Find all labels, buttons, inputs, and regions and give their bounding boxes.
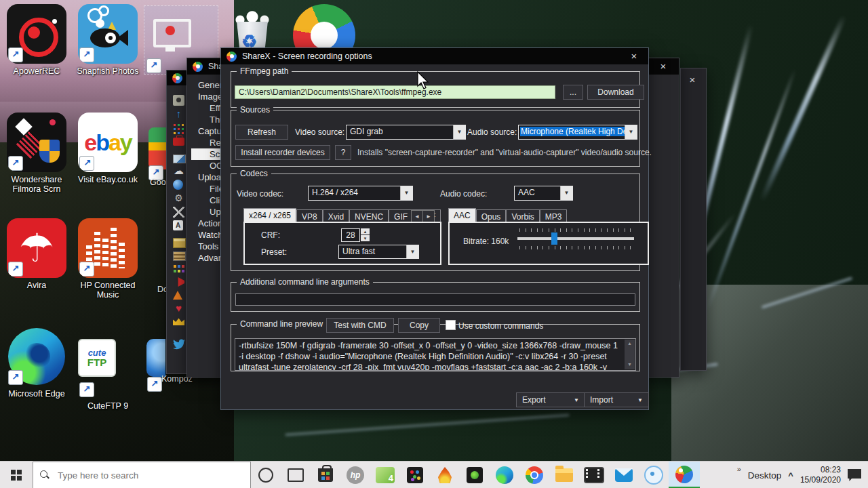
desktop-icon-hp-music[interactable]: ↗ HP Connected Music xyxy=(75,218,140,300)
desktop-icon-apowerrec[interactable]: ↗ ApowerREC xyxy=(4,4,69,76)
film-strip-icon xyxy=(584,467,604,483)
mail-button[interactable] xyxy=(609,462,639,488)
sharex-taskbar-button[interactable] xyxy=(669,462,700,488)
desktop-icon-cuteftp[interactable]: cute FTP ↗ CuteFTP 9 xyxy=(75,327,140,411)
desktop-icon-label: HP Connected Music xyxy=(75,281,140,300)
scrollbar[interactable]: ▲ ▼ xyxy=(625,340,635,369)
command-preview-box[interactable]: -rtbufsize 150M -f gdigrab -framerate 30… xyxy=(235,338,636,371)
capture-camera-icon[interactable] xyxy=(173,95,184,106)
tray-overflow-chevrons[interactable]: » xyxy=(737,465,741,473)
store-button[interactable] xyxy=(311,462,340,488)
additional-args-input[interactable] xyxy=(235,293,635,306)
screen-recorder-shortcut-icon[interactable] xyxy=(151,18,191,57)
command-text: -rtbufsize 150M -f gdigrab -framerate 30… xyxy=(239,341,618,371)
ebay-icon: ebay ↗ xyxy=(78,113,138,172)
flame-app-button[interactable] xyxy=(430,462,460,488)
spin-up-icon[interactable]: ▲ xyxy=(361,228,370,235)
premium-crown-icon[interactable] xyxy=(173,317,184,325)
taskbar-search[interactable] xyxy=(33,462,251,488)
desktop-icon-label: Avira xyxy=(4,281,69,290)
refresh-button[interactable]: Refresh xyxy=(235,125,288,140)
bitrate-slider[interactable] xyxy=(517,228,634,249)
ffmpeg-path-field[interactable]: C:\Users\Damian2\Documents\ShareX\Tools\… xyxy=(235,85,555,99)
record-app-button[interactable] xyxy=(639,462,669,488)
task-view-button[interactable] xyxy=(281,462,311,488)
webcam-app-button[interactable] xyxy=(460,462,490,488)
tray-time: 08:23 xyxy=(821,465,841,474)
photo-editor-button[interactable] xyxy=(400,462,430,488)
desktop-icon-ebay[interactable]: ebay ↗ Visit eBay.co.uk xyxy=(75,113,140,184)
help-button[interactable]: ? xyxy=(335,145,351,160)
crf-spinner[interactable]: 28 ▲▼ xyxy=(341,228,370,242)
x264-panel: CRF: 28 ▲▼ Preset: Ultra fast ▼ xyxy=(243,222,441,265)
desktop-icon-filmora[interactable]: ↗ Wondershare Filmora Scrn xyxy=(4,113,69,195)
debug-cone-icon[interactable] xyxy=(173,291,182,300)
video-source-select[interactable]: GDI grab ▼ xyxy=(346,125,466,140)
dialog-titlebar[interactable]: ShareX - Screen recording options xyxy=(221,48,648,64)
edge-button[interactable] xyxy=(490,462,519,488)
spin-down-icon[interactable]: ▼ xyxy=(361,235,370,241)
settings-gear-icon[interactable]: ⚙ xyxy=(173,193,184,204)
cortana-button[interactable] xyxy=(251,462,281,488)
search-input[interactable] xyxy=(56,470,215,481)
news-megaphone-icon[interactable] xyxy=(173,277,184,287)
toolbox-icon[interactable] xyxy=(173,138,184,146)
desktop-icon-edge[interactable]: ↗ Microsoft Edge xyxy=(4,327,69,399)
close-icon[interactable]: × xyxy=(624,50,644,62)
ebay-letter: e xyxy=(84,129,96,156)
scroll-up-icon[interactable]: ▲ xyxy=(627,341,632,347)
video-app-button[interactable] xyxy=(579,462,609,488)
webcam-icon xyxy=(467,467,483,483)
globe-shortcut-partial-icon[interactable] xyxy=(146,339,165,377)
audio-source-select[interactable]: Microphone (Realtek High Definiti ▼ xyxy=(518,125,637,140)
crf-value: 28 xyxy=(341,228,360,242)
copy-button[interactable]: Copy xyxy=(398,318,440,333)
close-icon[interactable]: × xyxy=(653,60,673,73)
desktop-icon-label: Microsoft Edge xyxy=(4,389,69,399)
clock[interactable]: 08:23 15/09/2020 xyxy=(800,465,841,485)
export-button[interactable]: Export ▼ xyxy=(516,392,585,407)
hp-connected-music-icon: ↗ xyxy=(78,218,138,278)
desktop-icon-snapfish[interactable]: ↗ Snapfish Photos xyxy=(75,4,140,76)
cortana-icon xyxy=(258,468,273,483)
additional-args-group: Additional command line arguments xyxy=(231,282,640,312)
thumbnails-grid-icon[interactable] xyxy=(173,264,184,275)
desktop-toolbar-label[interactable]: Desktop xyxy=(748,470,782,481)
ocr-text-icon[interactable]: A xyxy=(173,220,183,230)
audio-codec-select[interactable]: AAC ▼ xyxy=(514,186,573,201)
close-icon[interactable]: × xyxy=(682,74,703,86)
notification-center-icon[interactable] xyxy=(848,469,861,481)
twitter-icon[interactable] xyxy=(173,339,185,350)
hotkey-tools-icon[interactable] xyxy=(173,207,184,218)
use-custom-commands-checkbox[interactable] xyxy=(446,320,456,330)
donate-heart-icon[interactable]: ♥ xyxy=(173,303,184,314)
slider-thumb[interactable] xyxy=(551,232,557,245)
download-button[interactable]: Download xyxy=(587,85,644,100)
upload-arrow-icon[interactable]: ↑ xyxy=(173,108,184,119)
start-button[interactable] xyxy=(0,462,33,488)
desktop-icon-label: ApowerREC xyxy=(4,66,69,76)
file-explorer-button[interactable] xyxy=(549,462,579,488)
image-editor-icon[interactable] xyxy=(173,155,186,163)
cloud-upload-icon[interactable]: ☁ xyxy=(173,165,184,176)
scroll-down-icon[interactable]: ▼ xyxy=(627,362,632,368)
paintshop-button[interactable]: 4 xyxy=(370,462,400,488)
desktop-icon-avira[interactable]: ☂ ↗ Avira xyxy=(4,218,69,290)
tray-chevron-up[interactable]: ^ xyxy=(788,470,793,481)
history-globe-icon[interactable] xyxy=(173,180,183,190)
preset-select[interactable]: Ultra fast ▼ xyxy=(338,245,419,259)
shortcut-arrow-icon: ↗ xyxy=(146,58,161,73)
chrome-button[interactable] xyxy=(519,462,549,488)
video-codec-select[interactable]: H.264 / x264 ▼ xyxy=(308,186,413,201)
shortcut-arrow-icon: ↗ xyxy=(79,156,94,171)
chrome-shortcut-partial-icon[interactable] xyxy=(149,127,166,169)
image-history-cards-icon[interactable] xyxy=(173,251,186,261)
browse-button[interactable]: ... xyxy=(563,85,583,100)
import-button[interactable]: Import ▼ xyxy=(584,392,649,407)
test-with-cmd-button[interactable]: Test with CMD xyxy=(326,318,394,333)
install-recorder-devices-button[interactable]: Install recorder devices xyxy=(235,145,330,160)
hp-button[interactable]: hp xyxy=(340,462,370,488)
screenshots-folder-icon[interactable] xyxy=(173,238,186,248)
screen-recording-options-dialog: ShareX - Screen recording options × FFmp… xyxy=(220,47,649,410)
workflows-grid-icon[interactable] xyxy=(173,123,184,134)
